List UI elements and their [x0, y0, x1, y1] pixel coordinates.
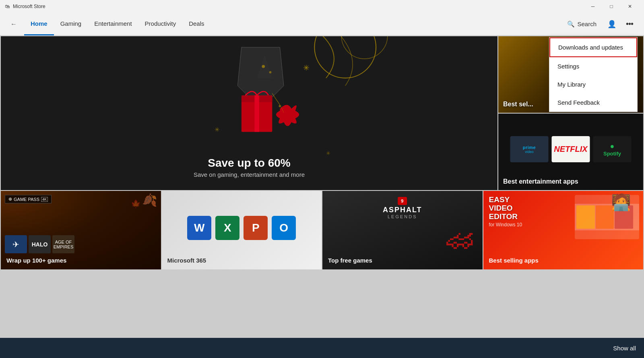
video-editor-subtitle-text: for Windows 10 [489, 222, 522, 228]
word-icon: W [187, 216, 211, 240]
gamepass-badge: ⊕ GAME PASS 4K [5, 195, 52, 203]
title-bar-controls: ─ □ ✕ [584, 0, 639, 13]
spotify-logo: ● Spotify [593, 136, 632, 162]
m365-icons: W X P O [187, 216, 296, 240]
video-editor-title-block: EASYVIDEOEDITOR for Windows 10 [489, 196, 522, 228]
hero-title: Save up to 60% [194, 157, 305, 170]
best-sellers-label: Best sel... [503, 101, 533, 108]
tab-deals[interactable]: Deals [182, 13, 211, 35]
game-thumbnails: ✈ HALO AGE OF EMPIRES [5, 235, 74, 253]
svg-rect-5 [254, 95, 259, 132]
dropdown-downloads[interactable]: Downloads and updates [549, 37, 637, 57]
title-bar: 🛍 Microsoft Store ─ □ ✕ [0, 0, 644, 13]
bottom-row: 🍂 🍁 ⊕ GAME PASS 4K ✈ HALO AGE OF EMPIRES… [1, 191, 643, 269]
outlook-icon: O [272, 216, 296, 240]
maximize-button[interactable]: □ [602, 0, 621, 13]
game-thumb-3: AGE OF EMPIRES [52, 235, 74, 253]
account-icon: 👤 [607, 20, 616, 29]
minimize-button[interactable]: ─ [584, 0, 602, 13]
hdr-badge: 4K [41, 197, 48, 202]
search-button[interactable]: 🔍 Search [561, 18, 602, 30]
gamepass-badge-text: GAME PASS [14, 197, 39, 202]
app-title: Microsoft Store [13, 4, 45, 9]
panel-m365[interactable]: W X P O Microsoft 365 [162, 191, 322, 269]
video-editor-title-text: EASYVIDEOEDITOR [489, 196, 522, 221]
tab-entertainment[interactable]: Entertainment [88, 13, 138, 35]
svg-point-11 [269, 71, 272, 74]
asphalt-subtitle: LEGENDS [383, 214, 422, 219]
entertainment-label: Best entertainment apps [503, 178, 578, 185]
netflix-logo: NETFLIX [552, 136, 590, 162]
panel-asphalt[interactable]: 9 ASPHALT LEGENDS 🏎 Top free games [322, 191, 483, 269]
m365-panel-label: Microsoft 365 [167, 257, 206, 264]
back-button[interactable]: ← [6, 17, 21, 31]
gamepass-panel-label: Wrap up 100+ games [6, 257, 66, 264]
app-icon: 🛍 [5, 4, 10, 9]
editor-person-icon: 🧑‍💻 [611, 193, 631, 212]
panel-video-editor[interactable]: 🧑‍💻 EASYVIDEOEDITOR for Windows 10 Best … [483, 191, 644, 269]
main-content: ✳ ✳ ✳ Save up to 60% Save on gaming, ent… [0, 35, 644, 338]
asphalt-panel-label: Top free games [328, 257, 372, 264]
hero-subtitle: Save on gaming, entertainment and more [194, 171, 305, 178]
search-label: Search [577, 21, 597, 27]
leaf-decoration: 🍂 [142, 193, 157, 207]
leaf-decoration-2: 🍁 [131, 199, 141, 209]
car-icon: 🏎 [446, 223, 475, 255]
editor-grid-1 [576, 205, 595, 229]
svg-point-13 [279, 105, 281, 108]
title-bar-left: 🛍 Microsoft Store [5, 4, 45, 9]
account-button[interactable]: 👤 [604, 16, 620, 32]
dropdown-menu: Downloads and updates Settings My Librar… [549, 37, 638, 112]
panel-entertainment[interactable]: prime video NETFLIX ● Spotify Best enter… [498, 114, 643, 190]
hero-text: Save up to 60% Save on gaming, entertain… [194, 157, 305, 178]
search-icon: 🔍 [567, 21, 575, 28]
game-thumb-1: ✈ [5, 235, 27, 253]
game-thumb-2: HALO [29, 235, 51, 253]
ent-logos: prime video NETFLIX ● Spotify [510, 136, 632, 162]
xbox-icon: ⊕ [8, 197, 12, 202]
tab-productivity[interactable]: Productivity [138, 13, 183, 35]
dropdown-library[interactable]: My Library [549, 75, 637, 93]
svg-text:✳: ✳ [326, 150, 330, 156]
svg-text:✳: ✳ [303, 64, 310, 72]
asphalt-title: ASPHALT [383, 206, 422, 214]
close-button[interactable]: ✕ [621, 0, 639, 13]
more-icon: ••• [626, 19, 633, 29]
nav-bar: ← Home Gaming Entertainment Productivity… [0, 13, 644, 35]
prime-logo: prime video [510, 136, 549, 162]
video-editor-panel-label: Best selling apps [489, 257, 539, 264]
dropdown-feedback[interactable]: Send Feedback [549, 93, 637, 112]
tab-gaming[interactable]: Gaming [54, 13, 88, 35]
asphalt-logo-number: 9 [401, 199, 404, 203]
show-all-link[interactable]: Show all [613, 345, 636, 352]
nav-tabs: Home Gaming Entertainment Productivity D… [24, 13, 561, 35]
panel-gamepass[interactable]: 🍂 🍁 ⊕ GAME PASS 4K ✈ HALO AGE OF EMPIRES… [1, 191, 161, 269]
excel-icon: X [215, 216, 239, 240]
svg-point-10 [262, 65, 265, 68]
more-button[interactable]: ••• [621, 16, 638, 32]
footer: Show all [0, 338, 644, 358]
asphalt-logo: 9 ASPHALT LEGENDS [383, 197, 422, 219]
hero-banner[interactable]: ✳ ✳ ✳ Save up to 60% Save on gaming, ent… [1, 36, 497, 190]
svg-text:✳: ✳ [215, 126, 220, 133]
tab-home[interactable]: Home [24, 13, 54, 35]
nav-right: 🔍 Search 👤 ••• Downloads and updates Set… [561, 16, 638, 32]
dropdown-settings[interactable]: Settings [549, 57, 637, 75]
powerpoint-icon: P [244, 216, 268, 240]
